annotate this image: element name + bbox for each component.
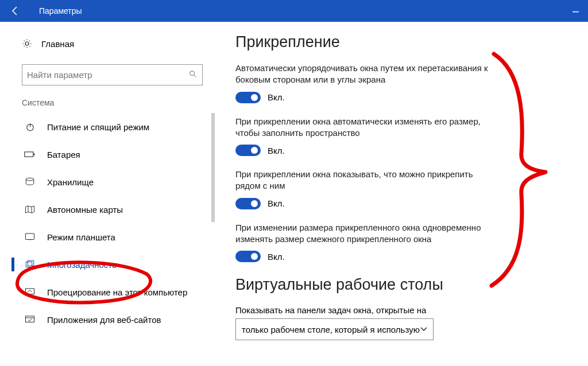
sidebar-item-label: Автономные карты <box>47 205 123 215</box>
search-field[interactable] <box>27 70 188 80</box>
sidebar-item-tablet[interactable]: Режим планшета <box>22 223 211 251</box>
storage-icon <box>23 177 37 186</box>
svg-rect-4 <box>25 152 33 157</box>
titlebar: Параметры – <box>0 0 588 22</box>
setting-desc: При прикреплении окна показывать, что мо… <box>235 169 500 192</box>
tablet-icon <box>23 232 37 242</box>
multitask-icon <box>23 260 37 269</box>
svg-rect-11 <box>26 289 34 294</box>
toggle-snap-resize[interactable] <box>235 251 261 262</box>
setting-snap-arrange: Автоматически упорядочивать окна путем и… <box>235 63 500 103</box>
home-nav[interactable]: Главная <box>22 32 211 55</box>
sidebar-item-power[interactable]: Питание и спящий режим <box>22 113 211 141</box>
toggle-snap-arrange[interactable] <box>235 92 261 103</box>
sidebar-item-webapps[interactable]: Приложения для веб-сайтов <box>22 306 211 333</box>
content-area: Прикрепление Автоматически упорядочивать… <box>235 33 565 340</box>
sidebar-item-battery[interactable]: Батарея <box>22 141 211 168</box>
toggle-state: Вкл. <box>268 198 285 208</box>
svg-rect-7 <box>26 233 34 240</box>
svg-rect-12 <box>26 316 34 322</box>
search-icon <box>188 69 198 81</box>
sidebar-item-label: Многозадачность <box>47 260 117 270</box>
desktop-option-label: Показывать на панели задач окна, открыты… <box>235 305 565 315</box>
home-label: Главная <box>41 39 74 49</box>
sidebar-item-label: Батарея <box>47 150 80 159</box>
dropdown-value: только рабочем столе, который я использу… <box>242 325 420 334</box>
chevron-down-icon <box>420 325 427 333</box>
svg-rect-9 <box>26 262 32 267</box>
battery-icon <box>23 150 37 158</box>
svg-line-1 <box>194 75 196 77</box>
setting-snap-assist: При прикреплении окна показывать, что мо… <box>235 169 500 209</box>
toggle-snap-assist[interactable] <box>235 198 261 209</box>
power-icon <box>23 122 37 132</box>
desktop-dropdown[interactable]: только рабочем столе, который я использу… <box>235 318 434 340</box>
window-title: Параметры <box>39 6 82 15</box>
sidebar-item-multitasking[interactable]: Многозадачность <box>22 251 211 278</box>
sidebar-item-label: Приложения для веб-сайтов <box>47 315 161 325</box>
section-title-snap: Прикрепление <box>235 33 565 51</box>
toggle-snap-fill[interactable] <box>235 145 261 156</box>
toggle-state: Вкл. <box>268 146 285 155</box>
svg-point-8 <box>29 240 30 240</box>
sidebar-item-label: Проецирование на этот компьютер <box>47 287 187 297</box>
setting-desc: При изменении размера прикрепленного окн… <box>235 222 500 246</box>
setting-desc: При прикреплении окна автоматически изме… <box>235 116 500 139</box>
toggle-state: Вкл. <box>268 92 285 102</box>
sidebar-item-projecting[interactable]: Проецирование на этот компьютер <box>22 278 211 306</box>
sidebar-item-storage[interactable]: Хранилище <box>22 168 211 196</box>
setting-snap-resize: При изменении размера прикрепленного окн… <box>235 222 500 263</box>
sidebar-item-label: Режим планшета <box>47 232 115 242</box>
map-icon <box>23 205 37 214</box>
svg-rect-10 <box>28 260 34 266</box>
project-icon <box>23 287 37 297</box>
setting-snap-fill: При прикреплении окна автоматически изме… <box>235 116 500 157</box>
minimize-button[interactable]: – <box>572 5 579 18</box>
webapps-icon <box>23 315 37 324</box>
sidebar-item-maps[interactable]: Автономные карты <box>22 196 211 223</box>
sidebar-item-label: Питание и спящий режим <box>47 122 149 132</box>
scrollbar-thumb[interactable] <box>211 113 215 222</box>
sidebar: Главная Система Питание и спящий режим <box>22 32 211 333</box>
group-label-system: Система <box>22 98 211 107</box>
nav-list: Питание и спящий режим Батарея Хранилище… <box>22 113 211 333</box>
svg-point-6 <box>26 178 34 181</box>
svg-rect-5 <box>34 153 35 155</box>
setting-desc: Автоматически упорядочивать окна путем и… <box>235 63 500 86</box>
gear-icon <box>22 38 33 49</box>
toggle-state: Вкл. <box>268 252 285 262</box>
search-input[interactable] <box>22 64 203 85</box>
svg-point-0 <box>190 71 195 75</box>
back-button[interactable] <box>5 1 25 21</box>
sidebar-item-label: Хранилище <box>47 177 94 187</box>
section-title-desktops: Виртуальные рабочие столы <box>235 276 565 294</box>
